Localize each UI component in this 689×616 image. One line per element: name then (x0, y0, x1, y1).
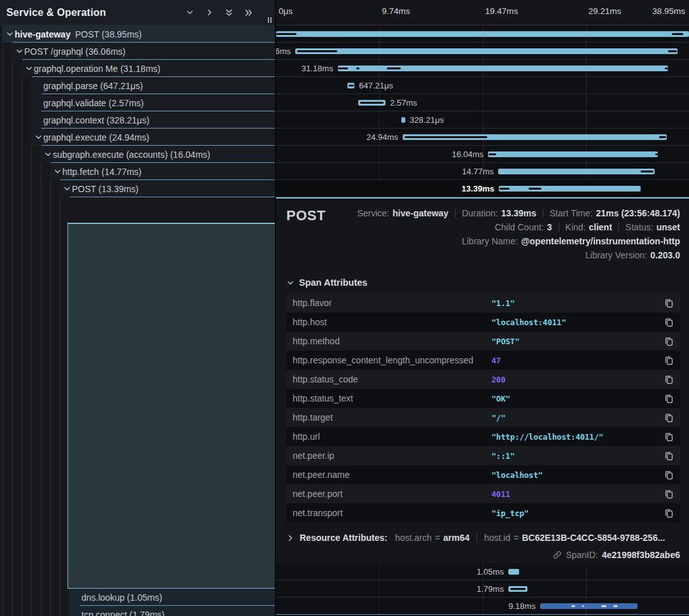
copy-icon[interactable] (663, 374, 675, 386)
critical-path-segment (349, 85, 354, 87)
chevron-down-icon[interactable] (24, 64, 34, 73)
span-id-row: SpanID: 4e21998f3b82abe6 (286, 550, 680, 560)
meta-value: client (588, 222, 612, 232)
copy-icon[interactable] (663, 393, 675, 405)
critical-path-segment (356, 67, 359, 69)
span-duration-label: 13.39ms (462, 180, 494, 197)
meta-label: Status: (625, 222, 653, 232)
copy-icon[interactable] (663, 354, 675, 367)
tree-row-content: POST /graphql (36.06ms) (0, 43, 275, 60)
copy-icon[interactable] (663, 488, 675, 500)
attribute-row: http.status_code200 (286, 370, 680, 389)
span-bar[interactable] (295, 48, 678, 54)
critical-path-segment (529, 188, 541, 190)
timeline-row[interactable]: 328.21μs (276, 111, 689, 129)
column-resizer-grip[interactable] (266, 16, 274, 24)
chevron-down-icon[interactable] (183, 6, 197, 20)
span-bar[interactable] (358, 100, 386, 106)
tree-row[interactable]: POST (13.39ms) (0, 180, 275, 197)
tree-rows-bottom: dns.lookup (1.05ms)tcp.connect (1.79ms)s… (0, 589, 275, 616)
timeline-row[interactable]: 9.18ms (276, 598, 689, 615)
timeline-row[interactable]: 14.77ms (276, 163, 689, 180)
tree-row[interactable]: http.fetch (14.77ms) (0, 163, 275, 180)
timeline-row[interactable]: 36.06ms (276, 43, 689, 60)
tree-row[interactable]: graphql.parse (647.21μs) (0, 77, 275, 94)
span-bar[interactable] (488, 151, 658, 157)
link-icon[interactable] (553, 550, 562, 559)
collapse-all-icon[interactable] (222, 6, 236, 20)
attribute-value: "OK" (492, 394, 510, 403)
copy-icon[interactable] (663, 412, 675, 424)
copy-icon[interactable] (663, 431, 675, 443)
chevron-down-icon[interactable] (5, 29, 15, 39)
operation-label: dns.lookup (1.05ms) (81, 592, 162, 603)
timeline-row[interactable]: 2.57ms (276, 94, 689, 111)
tree-row[interactable]: graphql.validate (2.57ms) (0, 94, 275, 111)
attribute-row: net.peer.ip"::1" (286, 446, 680, 465)
span-duration-label: 36.06ms (276, 43, 291, 60)
timeline-ruler: 0μs9.74ms19.47ms29.21ms38.95ms (276, 0, 689, 25)
timeline-row[interactable]: 647.21μs (276, 77, 689, 94)
tree-row[interactable]: POST /graphql (36.06ms) (0, 43, 275, 60)
span-bar[interactable] (403, 134, 667, 140)
timeline-row[interactable]: 24.94ms (276, 129, 689, 146)
resource-attributes[interactable]: Resource Attributes: host.arch=arm64host… (286, 531, 680, 544)
span-duration-label: 328.21μs (410, 111, 444, 129)
copy-icon[interactable] (663, 469, 675, 481)
tree-row[interactable]: graphql.context (328.21μs) (0, 111, 275, 129)
copy-icon[interactable] (663, 297, 675, 309)
span-bar[interactable] (338, 66, 669, 71)
span-bar[interactable] (276, 31, 689, 37)
tree-row[interactable]: subgraph.execute (accounts) (16.04ms) (0, 146, 275, 163)
tree-row[interactable]: graphql.execute (24.94ms) (0, 129, 275, 146)
tree-row-content: hive-gatewayPOST (38.95ms) (0, 25, 275, 43)
chevron-down-icon[interactable] (34, 132, 43, 142)
timeline-row[interactable]: 13.39ms (276, 180, 689, 197)
attribute-value: "::1" (492, 451, 515, 461)
span-bar[interactable] (508, 586, 527, 592)
chevron-down-icon[interactable] (43, 150, 53, 159)
critical-path-segment (338, 67, 348, 69)
span-duration-label: 647.21μs (359, 77, 393, 94)
chevron-down-icon[interactable] (53, 167, 62, 176)
attribute-row: http.flavor"1.1" (286, 293, 680, 312)
timeline-row[interactable] (276, 25, 689, 43)
critical-path-segment (571, 605, 575, 607)
chevron-down-icon[interactable] (15, 46, 24, 56)
span-bar[interactable] (347, 83, 354, 88)
timeline-row[interactable]: 16.04ms (276, 146, 689, 163)
attribute-key: http.url (293, 431, 492, 442)
attribute-row: http.host"localhost:4011" (286, 312, 680, 332)
expand-all-icon[interactable] (242, 6, 256, 20)
span-bar[interactable] (401, 117, 405, 123)
tree-row[interactable]: hive-gatewayPOST (38.95ms) (0, 25, 275, 43)
meta-separator (618, 223, 619, 232)
span-bar[interactable] (498, 169, 655, 174)
timeline-row[interactable]: 1.05ms (276, 563, 689, 580)
tree-row[interactable]: tcp.connect (1.79ms) (0, 606, 275, 616)
span-attributes-toggle[interactable]: Span Attributes (286, 277, 680, 288)
timeline-row[interactable]: 1.79ms (276, 580, 689, 598)
chevron-down-icon[interactable] (62, 184, 72, 193)
tree-row[interactable]: graphql.operation Me (31.18ms) (0, 60, 275, 77)
expander-spacer (34, 115, 43, 125)
copy-icon[interactable] (663, 316, 675, 328)
copy-icon[interactable] (663, 507, 675, 519)
attribute-row: http.response_content_length_uncompresse… (286, 351, 680, 370)
span-bar[interactable] (508, 569, 519, 575)
service-operation-title: Service & Operation (6, 7, 106, 18)
attribute-key: http.host (293, 317, 492, 327)
copy-icon[interactable] (663, 450, 675, 462)
span-bar[interactable] (499, 186, 641, 192)
timeline-row[interactable]: 31.18ms (276, 60, 689, 77)
copy-icon[interactable] (663, 335, 675, 347)
chevron-down-icon (286, 279, 295, 287)
span-duration-label: 14.77ms (462, 163, 494, 180)
expander-spacer (72, 610, 81, 616)
tree-row[interactable]: dns.lookup (1.05ms) (0, 589, 275, 606)
span-bar[interactable] (540, 603, 637, 609)
critical-path-segment (601, 605, 606, 607)
critical-path-segment (659, 136, 667, 138)
chevron-right-icon[interactable] (202, 6, 216, 20)
resource-value: arm64 (443, 533, 470, 543)
